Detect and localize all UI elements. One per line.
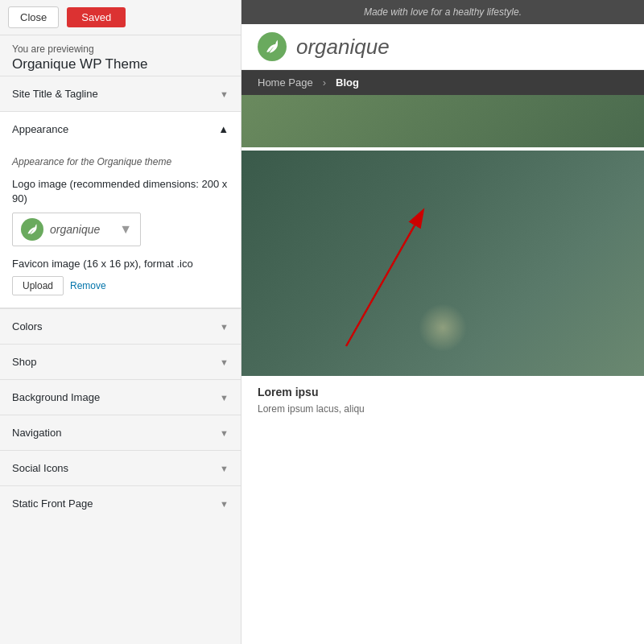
section-background-image-label: Background Image [12,391,100,403]
section-site-title[interactable]: Site Title & Tagline ▼ [0,76,241,111]
website-preview: Made with love for a healthy lifestyle. … [242,0,644,644]
logo-preview-box: organique ▼ [12,213,141,246]
customizer-topbar: Close Saved [0,0,241,35]
chevron-down-icon: ▼ [220,499,229,509]
section-colors-label: Colors [12,320,43,332]
previewing-label: You are previewing [12,43,229,55]
close-button[interactable]: Close [8,6,59,28]
appearance-label: Appearance [12,123,68,135]
section-shop-label: Shop [12,356,36,368]
preview-logo-name: organique [296,35,390,60]
appearance-description: Appearance for the Organique theme [12,156,229,167]
preview-site-header: organique [242,24,644,70]
topbar-text: Made with love for a healthy lifestyle. [364,6,522,18]
preview-info: You are previewing Organique WP Theme [0,35,241,76]
chevron-up-icon: ▲ [218,123,229,135]
logo-text: organique [50,223,100,236]
preview-image-2 [242,151,644,376]
section-static-front-page-label: Static Front Page [12,497,93,510]
preview-logo-icon [258,32,287,61]
section-social-icons[interactable]: Social Icons ▼ [0,450,241,485]
section-static-front-page[interactable]: Static Front Page ▼ [0,485,241,521]
appearance-body: Appearance for the Organique theme Logo … [0,147,241,308]
chevron-down-icon: ▼ [220,357,229,367]
chevron-down-icon: ▼ [220,393,229,402]
logo-expand-icon: ▼ [119,222,132,237]
chevron-down-icon: ▼ [220,428,229,438]
chevron-down-icon: ▼ [220,89,229,99]
remove-link[interactable]: Remove [70,280,106,291]
preview-topbar: Made with love for a healthy lifestyle. [242,0,644,24]
preview-content: Lorem ipsu Lorem ipsum lacus, aliqu [242,95,644,426]
customizer-panel: Close Saved You are previewing Organique… [0,0,242,644]
favicon-actions: Upload Remove [12,276,229,295]
breadcrumb-separator: › [323,76,326,89]
lorem-body: Lorem ipsum lacus, aliqu [258,402,628,416]
section-appearance: Appearance ▲ Appearance for the Organiqu… [0,111,241,308]
section-social-icons-label: Social Icons [12,462,68,474]
preview-text-area: Lorem ipsu Lorem ipsum lacus, aliqu [242,376,644,426]
breadcrumb-current: Blog [336,76,359,89]
breadcrumb-home: Home Page [258,76,313,89]
upload-button[interactable]: Upload [12,276,64,295]
section-navigation[interactable]: Navigation ▼ [0,415,241,450]
section-site-title-label: Site Title & Tagline [12,88,98,100]
favicon-label: Favicon image (16 x 16 px), format .ico [12,258,229,270]
chevron-down-icon: ▼ [220,322,229,332]
chevron-down-icon: ▼ [220,464,229,473]
theme-name: Organique WP Theme [12,56,229,72]
lorem-title: Lorem ipsu [258,386,628,398]
preview-nav-bar: Home Page › Blog [242,70,644,95]
section-background-image[interactable]: Background Image ▼ [0,379,241,415]
logo-icon [21,218,43,241]
leaf-icon [26,223,39,236]
appearance-header[interactable]: Appearance ▲ [0,112,241,147]
preview-leaf-icon [264,39,280,55]
section-shop[interactable]: Shop ▼ [0,344,241,379]
section-navigation-label: Navigation [12,427,61,439]
preview-image-1 [242,95,644,147]
saved-button[interactable]: Saved [67,7,126,27]
logo-label: Logo image (recommended dimensions: 200 … [12,177,229,206]
section-colors[interactable]: Colors ▼ [0,308,241,344]
